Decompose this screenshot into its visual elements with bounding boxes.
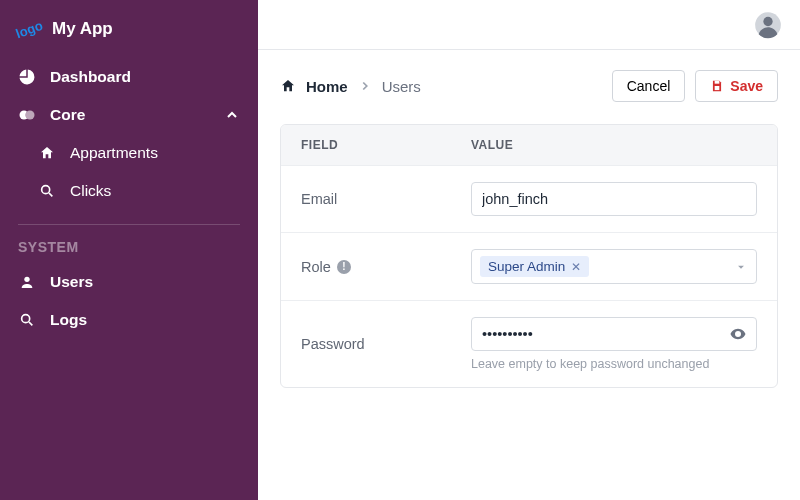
pie-chart-icon [18,68,36,86]
nav-item-label: Core [50,106,85,124]
main: Home Users Cancel Save FIELD VALUE [258,0,800,500]
save-label: Save [730,78,763,94]
svg-point-3 [42,186,50,194]
sidebar: logo My App Dashboard Core Appartments C… [0,0,258,500]
role-label: Role ! [301,259,471,275]
action-buttons: Cancel Save [612,70,778,102]
form-row-role: Role ! Super Admin ✕ [281,232,777,300]
nav-subitem-appartments[interactable]: Appartments [0,134,258,172]
breadcrumb-row: Home Users Cancel Save [280,70,778,102]
email-label: Email [301,191,471,207]
nav-item-label: Dashboard [50,68,131,86]
svg-point-7 [763,16,772,25]
avatar-icon[interactable] [754,11,782,39]
form-row-email: Email [281,165,777,232]
nav-item-users[interactable]: Users [0,263,258,301]
role-select[interactable]: Super Admin ✕ [471,249,757,284]
core-icon [18,106,36,124]
breadcrumb-home[interactable]: Home [306,78,348,95]
logo-icon: logo [15,15,43,43]
content: Home Users Cancel Save FIELD VALUE [258,50,800,408]
search-icon [18,311,36,329]
svg-point-5 [22,315,30,323]
app-name: My App [52,19,113,39]
eye-icon[interactable] [729,325,747,343]
sidebar-section-label: SYSTEM [0,235,258,263]
info-icon[interactable]: ! [337,260,351,274]
role-tag-label: Super Admin [488,259,565,274]
cancel-button[interactable]: Cancel [612,70,686,102]
svg-point-10 [737,333,740,336]
password-label: Password [301,336,471,352]
home-icon[interactable] [280,78,296,94]
nav-item-label: Logs [50,311,87,329]
email-input[interactable] [471,182,757,216]
home-icon [38,144,56,162]
password-hint: Leave empty to keep password unchanged [471,357,757,371]
header-value: VALUE [471,138,757,152]
nav-subitem-clicks[interactable]: Clicks [0,172,258,210]
svg-rect-8 [715,81,720,84]
form-row-password: Password Leave empty to keep password un… [281,300,777,387]
nav-item-label: Users [50,273,93,291]
user-icon [18,273,36,291]
nav-item-core[interactable]: Core [0,96,258,134]
nav-item-logs[interactable]: Logs [0,301,258,339]
password-input[interactable] [471,317,757,351]
caret-down-icon [734,260,748,274]
form-header: FIELD VALUE [281,125,777,165]
header-field: FIELD [301,138,471,152]
nav-item-dashboard[interactable]: Dashboard [0,58,258,96]
search-icon [38,182,56,200]
breadcrumb: Home Users [280,78,421,95]
chevron-right-icon [358,79,372,93]
topbar [258,0,800,50]
nav-item-label: Appartments [70,144,158,162]
save-button[interactable]: Save [695,70,778,102]
breadcrumb-current: Users [382,78,421,95]
svg-rect-9 [715,86,720,90]
chevron-up-icon [224,107,240,123]
role-tag: Super Admin ✕ [480,256,589,277]
nav-item-label: Clicks [70,182,111,200]
svg-point-4 [24,277,29,282]
save-icon [710,79,724,93]
sidebar-divider [18,224,240,225]
tag-remove-icon[interactable]: ✕ [571,260,581,274]
form-card: FIELD VALUE Email Role ! Super Admin [280,124,778,388]
brand: logo My App [0,8,258,58]
svg-point-2 [26,111,35,120]
